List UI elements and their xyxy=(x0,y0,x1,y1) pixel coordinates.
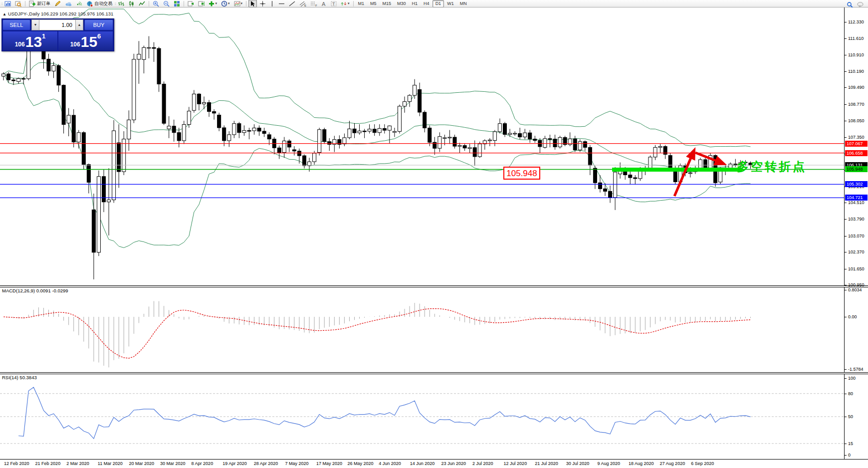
rsi-axis-label: 0 xyxy=(848,453,851,458)
price-axis-label: 103.790 xyxy=(848,217,865,222)
metaeditor-button[interactable] xyxy=(53,0,62,7)
price-axis-label: 110.910 xyxy=(848,52,864,57)
tile-windows-button[interactable] xyxy=(172,0,182,7)
text-label-tool-button[interactable]: T xyxy=(329,0,338,7)
date-axis-label: 21 Jul 2020 xyxy=(535,461,558,466)
trendline-tool-button[interactable] xyxy=(287,0,297,7)
templates-button[interactable]: ▾ xyxy=(232,0,244,7)
signals-button[interactable] xyxy=(74,0,84,7)
caret-down-icon: ▾ xyxy=(228,1,230,5)
chart-shift-button[interactable] xyxy=(197,0,206,7)
rsi-axis-tick xyxy=(845,378,847,379)
text-tool-button[interactable]: A xyxy=(320,0,328,7)
buy-price-prefix: 106 xyxy=(70,41,80,48)
price-level-tag: 106.658 xyxy=(845,150,868,156)
volume-increase-button[interactable]: ▲ xyxy=(75,19,83,30)
price-axis-tick xyxy=(845,269,847,269)
rsi-axis-label: 50 xyxy=(848,414,853,419)
buy-button[interactable]: BUY xyxy=(84,19,113,30)
buy-price-quote[interactable]: 106 15 6 xyxy=(58,31,113,50)
price-axis-tick xyxy=(845,137,847,138)
date-axis-label: 30 Jul 2020 xyxy=(566,461,590,466)
buy-price-sup: 6 xyxy=(97,32,101,40)
indicators-button[interactable]: ▾ xyxy=(207,0,218,7)
line-chart-button[interactable] xyxy=(137,0,147,7)
sell-price-big: 13 xyxy=(25,34,42,49)
auto-scroll-button[interactable] xyxy=(186,0,196,7)
timeframe-button-h4[interactable]: H4 xyxy=(421,0,433,7)
date-axis-label: 6 Sep 2020 xyxy=(691,461,714,466)
price-axis-label: 103.070 xyxy=(848,234,865,238)
rsi-axis-tick xyxy=(845,455,847,456)
price-axis-tick xyxy=(845,38,847,39)
price-annotation-label[interactable]: 105.948 xyxy=(503,167,540,180)
sell-price-sup: 1 xyxy=(42,32,45,40)
profiles-button[interactable] xyxy=(13,0,23,7)
new-chart-button[interactable] xyxy=(3,0,12,7)
price-axis-label: 101.650 xyxy=(848,266,865,271)
price-axis-tick xyxy=(845,203,847,203)
bottom-border xyxy=(0,459,868,460)
bar-chart-button[interactable] xyxy=(116,0,126,7)
rsi-axis-label: 100 xyxy=(848,376,856,381)
collapse-arrow-icon[interactable]: ▲ xyxy=(2,12,6,16)
macd-axis-tick xyxy=(845,317,847,317)
timeframe-button-w1[interactable]: W1 xyxy=(444,0,457,7)
timeframe-button-m30[interactable]: M30 xyxy=(394,0,409,7)
macd-indicator-label: MACD(12,26,9) 0.0091 -0.0299 xyxy=(2,288,68,293)
toolbar-separator xyxy=(149,1,149,6)
timeframe-bar: M1M5M15M30H1H4D1W1MN xyxy=(355,0,470,7)
sell-button[interactable]: SELL xyxy=(2,19,30,30)
date-axis-label: 18 Aug 2020 xyxy=(629,461,654,466)
chart-window[interactable] xyxy=(0,7,868,468)
cursor-tool-button[interactable] xyxy=(248,0,257,7)
svg-text:F: F xyxy=(315,4,317,7)
crosshair-tool-button[interactable] xyxy=(258,0,267,7)
zoom-out-button[interactable] xyxy=(162,0,171,7)
volume-decrease-button[interactable]: ▼ xyxy=(31,19,39,30)
date-axis-label: 12 Jul 2020 xyxy=(504,461,527,466)
autotrading-button[interactable]: 自动交易 xyxy=(85,0,114,7)
timeframe-button-d1[interactable]: D1 xyxy=(433,0,444,7)
candlestick-chart-button[interactable] xyxy=(127,0,136,7)
macd-axis-label: 0.8034 xyxy=(848,287,862,292)
price-axis-tick xyxy=(845,236,847,236)
price-axis-tick xyxy=(845,71,847,72)
date-axis-label: 11 Mar 2020 xyxy=(98,461,123,466)
timeframe-button-m15[interactable]: M15 xyxy=(380,0,395,7)
cloud-button[interactable] xyxy=(63,0,73,7)
volume-input[interactable]: 1.00 xyxy=(39,19,75,30)
periods-button[interactable]: ▾ xyxy=(219,0,231,7)
pane-separator[interactable] xyxy=(0,372,868,374)
timeframe-button-h1[interactable]: H1 xyxy=(409,0,421,7)
timeframe-button-m5[interactable]: M5 xyxy=(367,0,380,7)
sell-price-quote[interactable]: 106 13 1 xyxy=(3,31,57,50)
turning-point-annotation[interactable]: 多空转折点 xyxy=(737,159,807,175)
timeframe-button-mn[interactable]: MN xyxy=(457,0,470,7)
new-order-button[interactable]: 新订单 xyxy=(27,0,52,7)
toolbar-separator xyxy=(353,1,354,6)
pane-separator[interactable] xyxy=(0,285,868,287)
date-axis-label: 23 Jun 2020 xyxy=(441,461,466,466)
date-axis-label: 12 Feb 2020 xyxy=(4,461,29,466)
horizontal-line-tool-button[interactable] xyxy=(277,0,286,7)
timeframe-button-m1[interactable]: M1 xyxy=(355,0,368,7)
zoom-in-button[interactable] xyxy=(151,0,161,7)
date-axis-label: 2 Mar 2020 xyxy=(66,461,89,466)
fibonacci-tool-button[interactable]: F xyxy=(309,0,319,7)
rsi-axis-tick xyxy=(845,394,847,394)
rsi-axis-tick xyxy=(845,444,847,444)
date-axis-label: 26 May 2020 xyxy=(348,461,374,466)
price-level-tag: 105.948 xyxy=(845,166,868,172)
price-axis-tick xyxy=(845,87,847,88)
caret-down-icon: ▾ xyxy=(241,1,243,5)
arrows-tool-button[interactable]: ▾ xyxy=(339,0,351,7)
main-price-pane[interactable] xyxy=(0,8,844,285)
rsi-pane[interactable] xyxy=(0,374,844,459)
macd-pane[interactable] xyxy=(0,287,844,372)
support-zone-bar[interactable] xyxy=(612,168,742,172)
svg-text:A: A xyxy=(322,1,326,7)
channel-tool-button[interactable]: E xyxy=(298,0,308,7)
vertical-line-tool-button[interactable] xyxy=(268,0,276,7)
date-axis-label: 17 May 2020 xyxy=(316,461,342,466)
